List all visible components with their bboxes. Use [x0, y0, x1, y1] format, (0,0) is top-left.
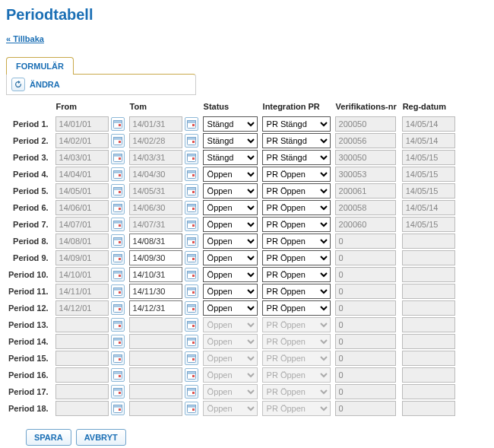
- calendar-icon[interactable]: [111, 167, 125, 181]
- integration-select[interactable]: PR StängdPR Öppen: [262, 150, 331, 165]
- svg-rect-77: [192, 325, 195, 327]
- svg-rect-56: [119, 275, 121, 277]
- status-select[interactable]: StängdÖppen: [203, 234, 258, 249]
- status-select[interactable]: StängdÖppen: [203, 267, 258, 282]
- back-link[interactable]: « Tillbaka: [6, 34, 44, 43]
- calendar-icon[interactable]: [111, 218, 125, 231]
- svg-rect-22: [187, 171, 195, 173]
- row-label: Period 14.: [6, 333, 53, 350]
- calendar-icon[interactable]: [185, 151, 198, 164]
- calendar-icon[interactable]: [111, 268, 125, 281]
- status-select: StängdÖppen: [203, 351, 258, 366]
- calendar-icon[interactable]: [111, 402, 125, 415]
- row-label: Period 6.: [6, 199, 53, 216]
- status-select[interactable]: StängdÖppen: [203, 217, 258, 232]
- calendar-icon[interactable]: [185, 284, 198, 298]
- calendar-icon[interactable]: [185, 117, 198, 131]
- tom-input[interactable]: [129, 267, 182, 282]
- calendar-icon[interactable]: [185, 268, 198, 281]
- calendar-icon[interactable]: [111, 234, 125, 248]
- svg-rect-31: [113, 205, 122, 207]
- tom-input: [129, 183, 182, 199]
- status-select[interactable]: StängdÖppen: [203, 183, 258, 199]
- calendar-icon[interactable]: [185, 184, 198, 198]
- svg-rect-100: [187, 389, 195, 391]
- tom-input[interactable]: [129, 300, 182, 316]
- calendar-icon[interactable]: [111, 385, 125, 399]
- from-input: [55, 267, 109, 282]
- integration-select[interactable]: PR StängdPR Öppen: [262, 284, 331, 299]
- calendar-icon[interactable]: [185, 318, 198, 332]
- status-select[interactable]: StängdÖppen: [203, 167, 258, 182]
- status-select[interactable]: StängdÖppen: [203, 133, 258, 148]
- table-row: Period 1.StängdÖppenPR StängdPR Öppen: [6, 116, 458, 132]
- calendar-icon[interactable]: [111, 284, 125, 298]
- status-select[interactable]: StängdÖppen: [203, 250, 258, 265]
- calendar-icon[interactable]: [185, 251, 198, 265]
- integration-select[interactable]: PR StängdPR Öppen: [262, 183, 331, 199]
- calendar-icon[interactable]: [111, 301, 125, 315]
- refresh-icon[interactable]: [11, 78, 25, 91]
- calendar-icon[interactable]: [185, 335, 198, 348]
- from-input: [55, 284, 109, 299]
- from-input: [55, 217, 109, 232]
- integration-select[interactable]: PR StängdPR Öppen: [262, 116, 331, 132]
- calendar-icon[interactable]: [111, 201, 125, 214]
- integration-select[interactable]: PR StängdPR Öppen: [262, 217, 331, 232]
- calendar-icon[interactable]: [185, 134, 198, 148]
- calendar-icon[interactable]: [185, 301, 198, 315]
- calendar-icon[interactable]: [185, 368, 198, 382]
- calendar-icon[interactable]: [111, 151, 125, 164]
- calendar-icon[interactable]: [185, 234, 198, 248]
- calendar-icon[interactable]: [185, 385, 198, 399]
- calendar-icon[interactable]: [111, 368, 125, 382]
- calendar-icon[interactable]: [111, 335, 125, 348]
- tab-formular[interactable]: FORMULÄR: [6, 57, 74, 75]
- from-input: [55, 150, 109, 165]
- tom-input[interactable]: [129, 250, 182, 265]
- status-select[interactable]: StängdÖppen: [203, 284, 258, 299]
- regdatum-input: [402, 217, 455, 232]
- integration-select[interactable]: PR StängdPR Öppen: [262, 267, 331, 282]
- calendar-icon[interactable]: [185, 351, 198, 365]
- from-input: [55, 167, 109, 182]
- svg-rect-79: [113, 338, 122, 341]
- status-select[interactable]: StängdÖppen: [203, 116, 258, 132]
- status-select[interactable]: StängdÖppen: [203, 300, 258, 316]
- tom-input[interactable]: [129, 284, 182, 299]
- table-row: Period 8.StängdÖppenPR StängdPR Öppen: [6, 233, 458, 249]
- status-select[interactable]: StängdÖppen: [203, 150, 258, 165]
- calendar-icon[interactable]: [185, 402, 198, 415]
- svg-rect-44: [119, 241, 121, 243]
- calendar-icon[interactable]: [111, 117, 125, 131]
- status-select: StängdÖppen: [203, 367, 258, 383]
- calendar-icon[interactable]: [185, 201, 198, 214]
- integration-select[interactable]: PR StängdPR Öppen: [262, 167, 331, 182]
- save-button[interactable]: SPARA: [26, 429, 71, 446]
- table-row: Period 3.StängdÖppenPR StängdPR Öppen: [6, 149, 458, 166]
- tom-input[interactable]: [129, 234, 182, 249]
- integration-select: PR StängdPR Öppen: [262, 367, 331, 383]
- svg-rect-64: [187, 288, 195, 291]
- from-input: [55, 183, 109, 199]
- calendar-icon[interactable]: [111, 251, 125, 265]
- integration-select[interactable]: PR StängdPR Öppen: [262, 200, 331, 215]
- integration-select[interactable]: PR StängdPR Öppen: [262, 234, 331, 249]
- integration-select[interactable]: PR StängdPR Öppen: [262, 133, 331, 148]
- svg-rect-97: [113, 389, 122, 391]
- integration-select[interactable]: PR StängdPR Öppen: [262, 300, 331, 316]
- svg-rect-41: [192, 224, 195, 227]
- status-select: StängdÖppen: [203, 334, 258, 349]
- calendar-icon[interactable]: [185, 167, 198, 181]
- calendar-icon[interactable]: [111, 184, 125, 198]
- cancel-button[interactable]: AVBRYT: [76, 429, 126, 446]
- calendar-icon[interactable]: [111, 351, 125, 365]
- svg-rect-13: [113, 154, 122, 157]
- regdatum-input: [402, 334, 455, 349]
- integration-select[interactable]: PR StängdPR Öppen: [262, 250, 331, 265]
- calendar-icon[interactable]: [111, 134, 125, 148]
- status-select[interactable]: StängdÖppen: [203, 200, 258, 215]
- calendar-icon[interactable]: [185, 218, 198, 231]
- row-label: Period 13.: [6, 316, 53, 333]
- calendar-icon[interactable]: [111, 318, 125, 332]
